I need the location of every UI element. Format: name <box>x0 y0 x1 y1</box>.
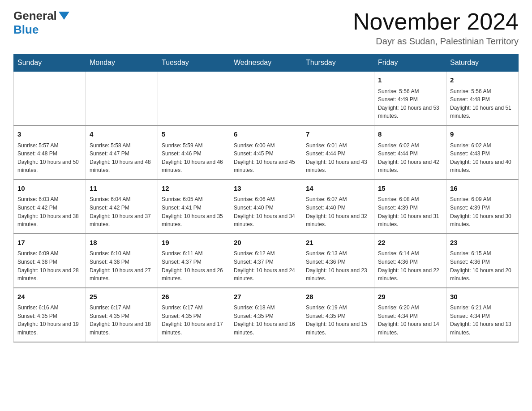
calendar-cell: 16Sunrise: 6:09 AMSunset: 4:39 PMDayligh… <box>446 180 519 234</box>
day-number: 28 <box>306 292 370 302</box>
day-number: 9 <box>450 129 515 140</box>
calendar-cell: 22Sunrise: 6:14 AMSunset: 4:36 PMDayligh… <box>374 234 446 288</box>
day-number: 10 <box>17 184 82 194</box>
day-info: Sunrise: 6:17 AMSunset: 4:35 PMDaylight:… <box>90 304 154 337</box>
logo-blue-text: Blue <box>13 23 39 37</box>
day-info: Sunrise: 6:21 AMSunset: 4:34 PMDaylight:… <box>450 304 515 337</box>
day-number: 22 <box>378 238 442 248</box>
calendar-cell: 3Sunrise: 5:57 AMSunset: 4:48 PMDaylight… <box>14 125 86 180</box>
day-info: Sunrise: 6:03 AMSunset: 4:42 PMDaylight:… <box>17 195 82 228</box>
day-info: Sunrise: 6:09 AMSunset: 4:38 PMDaylight:… <box>17 249 82 283</box>
calendar-table: Sunday Monday Tuesday Wednesday Thursday… <box>13 54 519 342</box>
calendar-cell <box>230 72 302 125</box>
month-year-title: November 2024 <box>353 9 519 34</box>
day-info: Sunrise: 6:10 AMSunset: 4:38 PMDaylight:… <box>90 249 154 283</box>
logo-triangle-icon <box>59 12 69 20</box>
day-info: Sunrise: 6:16 AMSunset: 4:35 PMDaylight:… <box>17 304 82 337</box>
logo-general-text: General <box>13 9 57 23</box>
day-info: Sunrise: 6:04 AMSunset: 4:42 PMDaylight:… <box>90 195 154 228</box>
calendar-cell: 11Sunrise: 6:04 AMSunset: 4:42 PMDayligh… <box>86 180 158 234</box>
day-info: Sunrise: 5:57 AMSunset: 4:48 PMDaylight:… <box>17 141 82 175</box>
calendar-cell: 18Sunrise: 6:10 AMSunset: 4:38 PMDayligh… <box>86 234 158 288</box>
day-number: 16 <box>450 184 515 194</box>
day-info: Sunrise: 6:14 AMSunset: 4:36 PMDaylight:… <box>378 249 442 283</box>
calendar-cell: 13Sunrise: 6:06 AMSunset: 4:40 PMDayligh… <box>230 180 302 234</box>
day-number: 8 <box>378 129 442 140</box>
calendar-cell: 7Sunrise: 6:01 AMSunset: 4:44 PMDaylight… <box>302 125 374 180</box>
day-info: Sunrise: 5:56 AMSunset: 4:49 PMDaylight:… <box>378 87 442 120</box>
day-number: 13 <box>234 184 298 194</box>
day-info: Sunrise: 6:02 AMSunset: 4:43 PMDaylight:… <box>450 141 515 175</box>
day-info: Sunrise: 6:01 AMSunset: 4:44 PMDaylight:… <box>306 141 370 175</box>
calendar-cell <box>14 72 86 125</box>
calendar-week-1: 1Sunrise: 5:56 AMSunset: 4:49 PMDaylight… <box>14 72 519 125</box>
day-info: Sunrise: 6:11 AMSunset: 4:37 PMDaylight:… <box>162 249 226 283</box>
calendar-cell: 14Sunrise: 6:07 AMSunset: 4:40 PMDayligh… <box>302 180 374 234</box>
calendar-cell: 5Sunrise: 5:59 AMSunset: 4:46 PMDaylight… <box>158 125 230 180</box>
calendar-cell <box>302 72 374 125</box>
calendar-cell: 12Sunrise: 6:05 AMSunset: 4:41 PMDayligh… <box>158 180 230 234</box>
header-sunday: Sunday <box>14 54 86 72</box>
day-info: Sunrise: 6:02 AMSunset: 4:44 PMDaylight:… <box>378 141 442 175</box>
day-number: 1 <box>378 75 442 86</box>
day-number: 12 <box>162 184 226 194</box>
day-info: Sunrise: 5:58 AMSunset: 4:47 PMDaylight:… <box>90 141 154 175</box>
calendar-cell: 6Sunrise: 6:00 AMSunset: 4:45 PMDaylight… <box>230 125 302 180</box>
day-number: 26 <box>162 292 226 302</box>
calendar-cell: 4Sunrise: 5:58 AMSunset: 4:47 PMDaylight… <box>86 125 158 180</box>
calendar-week-4: 17Sunrise: 6:09 AMSunset: 4:38 PMDayligh… <box>14 234 519 288</box>
day-number: 29 <box>378 292 442 302</box>
calendar-cell: 15Sunrise: 6:08 AMSunset: 4:39 PMDayligh… <box>374 180 446 234</box>
calendar-header-row: Sunday Monday Tuesday Wednesday Thursday… <box>14 54 519 72</box>
calendar-cell: 27Sunrise: 6:18 AMSunset: 4:35 PMDayligh… <box>230 288 302 342</box>
day-number: 4 <box>90 129 154 140</box>
header-tuesday: Tuesday <box>158 54 230 72</box>
day-info: Sunrise: 6:18 AMSunset: 4:35 PMDaylight:… <box>234 304 298 337</box>
calendar-cell <box>86 72 158 125</box>
day-number: 15 <box>378 184 442 194</box>
calendar-week-3: 10Sunrise: 6:03 AMSunset: 4:42 PMDayligh… <box>14 180 519 234</box>
logo: General Blue <box>13 9 69 37</box>
calendar-week-5: 24Sunrise: 6:16 AMSunset: 4:35 PMDayligh… <box>14 288 519 342</box>
calendar-cell <box>158 72 230 125</box>
calendar-cell: 9Sunrise: 6:02 AMSunset: 4:43 PMDaylight… <box>446 125 519 180</box>
title-block: November 2024 Dayr as Sudan, Palestinian… <box>353 9 519 47</box>
day-info: Sunrise: 6:13 AMSunset: 4:36 PMDaylight:… <box>306 249 370 283</box>
header-monday: Monday <box>86 54 158 72</box>
day-info: Sunrise: 6:08 AMSunset: 4:39 PMDaylight:… <box>378 195 442 228</box>
day-number: 17 <box>17 238 82 248</box>
day-number: 11 <box>90 184 154 194</box>
day-info: Sunrise: 6:06 AMSunset: 4:40 PMDaylight:… <box>234 195 298 228</box>
day-info: Sunrise: 6:09 AMSunset: 4:39 PMDaylight:… <box>450 195 515 228</box>
calendar-cell: 29Sunrise: 6:20 AMSunset: 4:34 PMDayligh… <box>374 288 446 342</box>
day-info: Sunrise: 6:20 AMSunset: 4:34 PMDaylight:… <box>378 304 442 337</box>
day-number: 7 <box>306 129 370 140</box>
day-info: Sunrise: 6:19 AMSunset: 4:35 PMDaylight:… <box>306 304 370 337</box>
header-friday: Friday <box>374 54 446 72</box>
day-number: 5 <box>162 129 226 140</box>
calendar-cell: 2Sunrise: 5:56 AMSunset: 4:48 PMDaylight… <box>446 72 519 125</box>
location-subtitle: Dayr as Sudan, Palestinian Territory <box>353 36 519 47</box>
day-number: 14 <box>306 184 370 194</box>
calendar-cell: 24Sunrise: 6:16 AMSunset: 4:35 PMDayligh… <box>14 288 86 342</box>
day-number: 25 <box>90 292 154 302</box>
calendar-week-2: 3Sunrise: 5:57 AMSunset: 4:48 PMDaylight… <box>14 125 519 180</box>
day-number: 6 <box>234 129 298 140</box>
calendar-cell: 19Sunrise: 6:11 AMSunset: 4:37 PMDayligh… <box>158 234 230 288</box>
header-wednesday: Wednesday <box>230 54 302 72</box>
calendar-cell: 10Sunrise: 6:03 AMSunset: 4:42 PMDayligh… <box>14 180 86 234</box>
day-info: Sunrise: 6:15 AMSunset: 4:36 PMDaylight:… <box>450 249 515 283</box>
day-number: 21 <box>306 238 370 248</box>
calendar-cell: 30Sunrise: 6:21 AMSunset: 4:34 PMDayligh… <box>446 288 519 342</box>
day-number: 19 <box>162 238 226 248</box>
calendar-cell: 20Sunrise: 6:12 AMSunset: 4:37 PMDayligh… <box>230 234 302 288</box>
calendar-cell: 1Sunrise: 5:56 AMSunset: 4:49 PMDaylight… <box>374 72 446 125</box>
page-header: General Blue November 2024 Dayr as Sudan… <box>13 9 519 47</box>
day-info: Sunrise: 6:07 AMSunset: 4:40 PMDaylight:… <box>306 195 370 228</box>
header-thursday: Thursday <box>302 54 374 72</box>
day-number: 18 <box>90 238 154 248</box>
day-info: Sunrise: 6:05 AMSunset: 4:41 PMDaylight:… <box>162 195 226 228</box>
day-info: Sunrise: 5:59 AMSunset: 4:46 PMDaylight:… <box>162 141 226 175</box>
day-number: 24 <box>17 292 82 302</box>
calendar-cell: 28Sunrise: 6:19 AMSunset: 4:35 PMDayligh… <box>302 288 374 342</box>
